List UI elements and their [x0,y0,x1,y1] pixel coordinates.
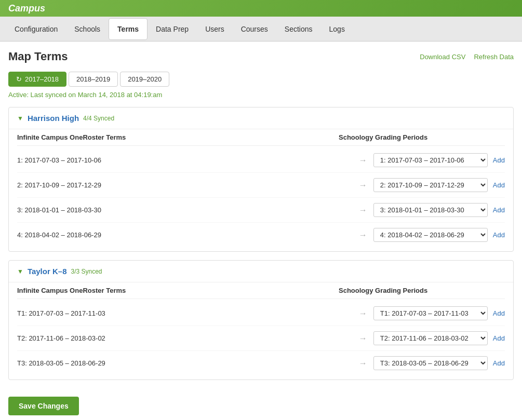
term-label: 3: 2018-01-01 – 2018-03-30 [17,206,359,214]
term-label: T3: 2018-03-05 – 2018-06-29 [17,359,359,367]
term-label: 2: 2017-10-09 – 2017-12-29 [17,181,359,189]
nav-item-logs[interactable]: Logs [321,19,353,39]
sync-status: Active: Last synced on March 14, 2018 at… [8,91,514,99]
nav-bar: ConfigurationSchoolsTermsData PrepUsersC… [0,17,522,42]
page-header: Map Terms Download CSV Refresh Data [8,50,514,63]
nav-item-users[interactable]: Users [197,19,233,39]
term-select-wrap: T1: 2017-07-03 – 2017-11-03Add [373,306,505,320]
term-select[interactable]: 3: 2018-01-01 – 2018-03-30 [373,203,488,217]
year-tab-20192020[interactable]: 2019–2020 [120,72,169,87]
arrow-icon: → [359,359,367,368]
term-row: 1: 2017-07-03 – 2017-10-06→1: 2017-07-03… [17,148,505,173]
add-term-link[interactable]: Add [493,231,505,239]
add-term-link[interactable]: Add [493,309,505,317]
terms-column-header-left: Infinite Campus OneRoster Terms [17,287,339,294]
terms-column-header-left: Infinite Campus OneRoster Terms [17,133,339,141]
nav-item-courses[interactable]: Courses [233,19,276,39]
add-term-link[interactable]: Add [493,156,505,164]
terms-table-0: Infinite Campus OneRoster TermsSchoology… [9,129,513,251]
term-label: 4: 2018-04-02 – 2018-06-29 [17,231,359,239]
term-row: 4: 2018-04-02 – 2018-06-29→4: 2018-04-02… [17,223,505,247]
arrow-icon: → [359,334,367,343]
nav-item-configuration[interactable]: Configuration [6,19,66,39]
arrow-icon: → [359,181,367,190]
app-logo: Campus [8,3,45,14]
term-select[interactable]: T1: 2017-07-03 – 2017-11-03 [373,306,488,320]
term-label: T2: 2017-11-06 – 2018-03-02 [17,334,359,342]
term-row: 3: 2018-01-01 – 2018-03-30→3: 2018-01-01… [17,198,505,223]
terms-table-1: Infinite Campus OneRoster TermsSchoology… [9,282,513,380]
download-csv-link[interactable]: Download CSV [420,53,465,61]
term-row: T3: 2018-03-05 – 2018-06-29→T3: 2018-03-… [17,351,505,375]
school-name: Taylor K–8 [28,267,67,276]
year-tab-label: 2017–2018 [25,75,59,83]
term-row: T1: 2017-07-03 – 2017-11-03→T1: 2017-07-… [17,301,505,326]
chevron-down-icon[interactable]: ▼ [17,115,23,122]
term-select[interactable]: 1: 2017-07-03 – 2017-10-06 [373,153,488,167]
page-title: Map Terms [8,50,68,63]
school-section-0: ▼Harrison High4/4 SyncedInfinite Campus … [8,107,514,252]
year-tab-label: 2019–2020 [128,75,162,83]
save-changes-button[interactable]: Save Changes [8,397,79,415]
year-tab-label: 2018–2019 [76,75,110,83]
terms-column-header-right: Schoology Grading Periods [339,133,505,141]
school-section-1: ▼Taylor K–83/3 SyncedInfinite Campus One… [8,260,514,380]
add-term-link[interactable]: Add [493,359,505,367]
nav-item-schools[interactable]: Schools [66,19,109,39]
term-select-wrap: T3: 2018-03-05 – 2018-06-29Add [373,356,505,370]
term-row: 2: 2017-10-09 – 2017-12-29→2: 2017-10-09… [17,173,505,198]
term-select[interactable]: T2: 2017-11-06 – 2018-03-02 [373,331,488,345]
term-label: 1: 2017-07-03 – 2017-10-06 [17,156,359,164]
school-name: Harrison High [28,114,79,123]
nav-item-data-prep[interactable]: Data Prep [148,19,197,39]
add-term-link[interactable]: Add [493,181,505,189]
school-header-0: ▼Harrison High4/4 Synced [9,107,513,129]
save-section: Save Changes [8,388,514,420]
year-tab-20172018[interactable]: ↻2017–2018 [8,72,66,87]
arrow-icon: → [359,156,367,165]
year-tabs: ↻2017–20182018–20192019–2020 [8,72,514,87]
term-select-wrap: 1: 2017-07-03 – 2017-10-06Add [373,153,505,167]
arrow-icon: → [359,309,367,318]
term-select[interactable]: 4: 2018-04-02 – 2018-06-29 [373,228,488,242]
term-select-wrap: 4: 2018-04-02 – 2018-06-29Add [373,228,505,242]
main-content: Map Terms Download CSV Refresh Data ↻201… [0,42,522,420]
add-term-link[interactable]: Add [493,206,505,214]
page-actions: Download CSV Refresh Data [420,53,514,61]
term-row: T2: 2017-11-06 – 2018-03-02→T2: 2017-11-… [17,326,505,351]
sync-badge: 4/4 Synced [83,115,114,122]
terms-header-row: Infinite Campus OneRoster TermsSchoology… [17,282,505,299]
schools-container: ▼Harrison High4/4 SyncedInfinite Campus … [8,107,514,380]
term-label: T1: 2017-07-03 – 2017-11-03 [17,309,359,317]
nav-item-sections[interactable]: Sections [276,19,321,39]
sync-badge: 3/3 Synced [71,268,102,275]
term-select-wrap: 2: 2017-10-09 – 2017-12-29Add [373,178,505,192]
term-select[interactable]: 2: 2017-10-09 – 2017-12-29 [373,178,488,192]
arrow-icon: → [359,231,367,240]
chevron-down-icon[interactable]: ▼ [17,268,23,275]
arrow-icon: → [359,206,367,215]
terms-header-row: Infinite Campus OneRoster TermsSchoology… [17,129,505,146]
term-select-wrap: 3: 2018-01-01 – 2018-03-30Add [373,203,505,217]
refresh-icon: ↻ [16,75,22,83]
refresh-data-link[interactable]: Refresh Data [474,53,514,61]
term-select[interactable]: T3: 2018-03-05 – 2018-06-29 [373,356,488,370]
term-select-wrap: T2: 2017-11-06 – 2018-03-02Add [373,331,505,345]
year-tab-20182019[interactable]: 2018–2019 [69,72,118,87]
add-term-link[interactable]: Add [493,334,505,342]
nav-item-terms[interactable]: Terms [109,18,148,40]
school-header-1: ▼Taylor K–83/3 Synced [9,261,513,282]
terms-column-header-right: Schoology Grading Periods [339,287,505,294]
top-bar: Campus [0,0,522,17]
